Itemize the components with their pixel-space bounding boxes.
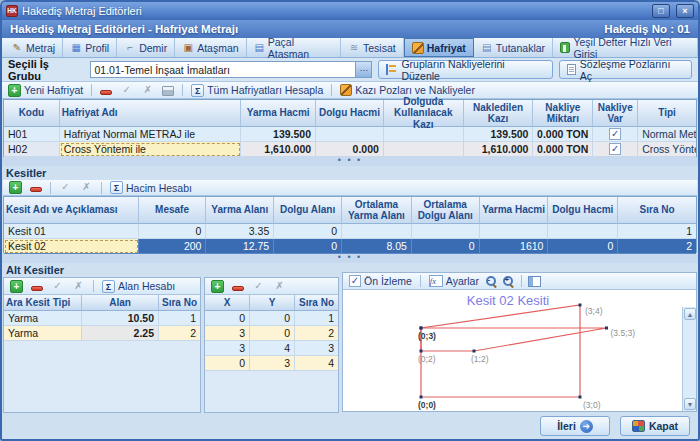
minus-icon [232,286,244,291]
col-yarma-hacmi[interactable]: Yarma Hacmi [241,100,316,127]
is-grubu-label: Seçili İş Grubu [8,58,84,82]
yesil-defter-icon [560,42,570,53]
tab-hafriyat[interactable]: Hafriyat [404,38,474,57]
tab-demir[interactable]: Demir [117,38,175,57]
on-izleme-toggle[interactable]: Ön İzleme [347,275,414,287]
maximize-button[interactable] [652,4,670,18]
kazi-pozlari-button[interactable]: Kazı Pozları ve Nakliyeler [338,84,477,96]
hakedis-no: Hakediş No : 01 [604,23,690,35]
col-ara-kesit-tipi[interactable]: Ara Kesit Tipi [4,295,82,311]
browse-ellipsis-button[interactable] [355,62,371,77]
svg-text:(0;0): (0;0) [418,400,436,410]
col-hafriyat-adi[interactable]: Hafriyat Adı [60,100,241,127]
col-sira-no[interactable]: Sıra No [295,295,338,311]
kesit-confirm-button[interactable] [57,181,74,194]
col-sira-no[interactable]: Sıra No [618,197,696,224]
is-grubu-combo[interactable]: 01.01-Temel İnşaat İmalatları [90,61,372,78]
alt-row-2[interactable]: Yarma 2.25 2 [4,326,200,341]
sozlesme-pozlarini-ac-button[interactable]: Sözleşme Pozlarını Aç [559,60,692,79]
alt-row-1[interactable]: Yarma 10.50 1 [4,311,200,326]
hafriyat-excavator-icon [412,42,424,54]
col-yarma-alani[interactable]: Yarma Alanı [206,197,274,224]
tab-pacal-atasman[interactable]: Paçal Ataşman [247,38,341,57]
kesit-add-button[interactable] [7,181,24,194]
print-button[interactable] [160,84,176,96]
confirm-button[interactable] [118,84,135,97]
col-kesit-adi[interactable]: Kesit Adı ve Açıklaması [4,197,139,224]
col-dolguda-kazi[interactable]: Dolguda Kullanılacak Kazı [384,100,464,127]
tab-atasman[interactable]: Ataşman [175,38,246,57]
scroll-down-button[interactable] [684,398,696,410]
on-izleme-checkbox[interactable] [349,275,361,287]
xy-row[interactable]: 3 0 2 [205,326,338,341]
alt-delete-button[interactable] [29,282,45,291]
alt-add-button[interactable] [8,280,25,293]
yeni-hafriyat-button[interactable]: Yeni Hafriyat [6,84,85,97]
kesit-delete-button[interactable] [28,183,44,192]
kesit-cancel-button[interactable] [78,181,95,194]
tutanaklar-icon [481,42,493,54]
col-dolgu-alani[interactable]: Dolgu Alanı [274,197,342,224]
x-icon [273,280,286,293]
hacim-hesabi-button[interactable]: Hacim Hesabı [108,181,194,194]
col-ort-yarma-alani[interactable]: Ortalama Yarma Alanı [342,197,412,224]
xy-toolbar [205,278,338,295]
xy-row[interactable]: 0 0 1 [205,311,338,326]
delete-button[interactable] [98,86,114,95]
cancel-button[interactable] [139,84,156,97]
col-ort-dolgu-alani[interactable]: Ortalama Dolgu Alanı [412,197,480,224]
alt-confirm-button[interactable] [49,280,66,293]
alan-hesabi-button[interactable]: Alan Hesabı [100,280,177,293]
nakliye-var-checkbox[interactable] [609,128,621,140]
table-row-h01[interactable]: H01 Hafriyat Normal METRAJ ile 139.500 1… [4,127,696,142]
tab-profil[interactable]: Profil [63,38,117,57]
zoom-in-button[interactable] [502,275,515,288]
plus-icon [8,84,21,97]
col-dolgu-hacmi[interactable]: Dolgu Hacmi [316,100,384,127]
app-icon: HK [6,5,18,17]
zoom-out-button[interactable] [485,275,498,288]
tum-hafriyatlari-hesapla-button[interactable]: Tüm Hafriyatları Hesapla [189,84,325,97]
check-icon [59,181,72,194]
col-nakliye-var[interactable]: Nakliye Var [593,100,638,127]
xy-row[interactable]: 3 4 3 [205,341,338,356]
col-x[interactable]: X [205,295,250,311]
splitter-handle[interactable] [2,254,698,263]
vertical-scrollbar[interactable] [682,307,696,411]
scroll-up-button[interactable] [684,308,696,320]
xy-cancel-button[interactable] [271,280,288,293]
col-yarma-hacmi[interactable]: Yarma Hacmi [480,197,549,224]
col-nakledilen-kazi[interactable]: Nakledilen Kazı [464,100,534,127]
forward-arrow-icon [580,420,593,433]
col-dolgu-hacmi[interactable]: Dolgu Hacmi [548,197,618,224]
xy-add-button[interactable] [209,280,226,293]
ayarlar-button[interactable]: Ayarlar [427,275,481,287]
panel-view-icon[interactable] [528,276,541,287]
col-alan[interactable]: Alan [82,295,159,311]
close-button[interactable] [676,4,694,18]
tab-tesisat[interactable]: Tesisat [341,38,404,57]
col-tipi[interactable]: Tipi [638,100,696,127]
footer-bar: İleri Kapat [2,413,698,439]
kapat-button[interactable]: Kapat [620,416,690,436]
alt-cancel-button[interactable] [70,280,87,293]
nakliye-var-checkbox[interactable] [609,143,621,155]
tab-metraj[interactable]: Metraj [4,38,63,57]
ileri-button[interactable]: İleri [540,416,610,436]
col-y[interactable]: Y [250,295,295,311]
kesitler-title: Kesitler [6,167,46,179]
tab-tutanaklar[interactable]: Tutanaklar [474,38,553,57]
splitter-handle[interactable] [2,157,698,166]
xy-row[interactable]: 0 3 4 [205,356,338,371]
tab-yesil-defter[interactable]: Yeşil Defter Hızlı Veri Girişi [553,38,698,57]
col-kodu[interactable]: Kodu [4,100,60,127]
gruplarin-nakliyelerini-duzenle-button[interactable]: Grupların Nakliyelerini Düzenle [378,60,552,79]
col-sira-no[interactable]: Sıra No [159,295,200,311]
col-nakliye-miktari[interactable]: Nakliye Miktarı [533,100,593,127]
xy-confirm-button[interactable] [250,280,267,293]
x-icon [141,84,154,97]
kesit-row-1[interactable]: Kesit 01 0 3.35 0 1 [4,224,696,239]
minus-icon [30,187,42,192]
xy-delete-button[interactable] [230,282,246,291]
col-mesafe[interactable]: Mesafe [139,197,207,224]
